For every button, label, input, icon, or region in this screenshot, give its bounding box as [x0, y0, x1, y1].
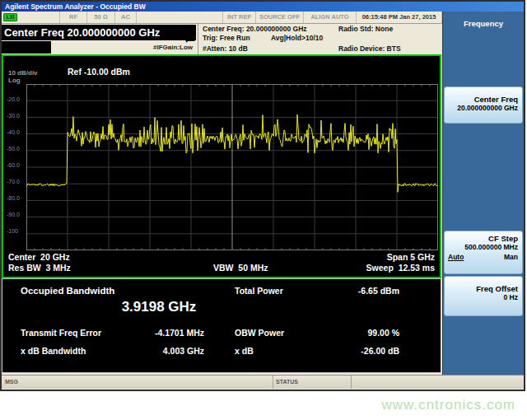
spectrum-display: 10 dB/div Log Ref -10.00 dBm -20.0-30.0-…	[2, 54, 441, 278]
trigger-setting: Trig: Free Run	[203, 34, 250, 42]
total-power-label: Total Power	[235, 286, 283, 296]
status-area-label: STATUS	[276, 379, 298, 385]
window-titlebar[interactable]: Agilent Spectrum Analyzer - Occupied BW	[2, 2, 524, 12]
obw-title: Occupied Bandwidth	[21, 286, 114, 296]
center-freq-setting: Center Freq: 20.000000000 GHz	[203, 25, 307, 33]
settings-summary-panel: Center Freq: 20.000000000 GHz Radio Std:…	[198, 24, 442, 54]
if-gain-annotation: #IFGain:Low	[153, 44, 193, 51]
obw-power-label: OBW Power	[235, 328, 284, 338]
obw-power-value: 99.00 %	[324, 328, 399, 338]
softkey-value: 500.000000 MHz	[448, 243, 518, 251]
impedance-indicator: 50 Ω	[87, 12, 115, 23]
y-axis-label: -70.0	[7, 179, 25, 184]
status-spacer	[137, 12, 223, 23]
transmit-freq-error-value: -4.1701 MHz	[110, 328, 204, 338]
coupling-indicator: AC	[115, 12, 137, 23]
attenuation-setting: #Atten: 10 dB	[203, 44, 248, 53]
readout-extension-box	[2, 41, 51, 54]
span-annotation: Span 5 GHz	[387, 252, 435, 262]
active-function-readout: Center Freq 20.000000000 GHz	[2, 25, 196, 40]
rf-indicator: RF	[60, 12, 87, 23]
y-axis-label: -60.0	[7, 162, 25, 168]
y-axis-label: -90.0	[7, 212, 25, 217]
softkey-label: Center Freq	[448, 95, 518, 104]
xdb-value: -26.00 dB	[324, 346, 399, 356]
avg-hold-setting: Avg|Hold>10/10	[271, 34, 323, 42]
res-bw-annotation: Res BW 3 MHz	[8, 263, 71, 273]
y-axis-label: -20.0	[7, 96, 25, 102]
softkey-menu: Frequency Center Freq 20.000000000 GHz C…	[442, 12, 524, 375]
msg-area-label: MSG	[5, 379, 18, 385]
y-axis-label: -40.0	[7, 129, 25, 135]
softkey-value: 0 Hz	[448, 293, 518, 301]
status-spacer	[19, 12, 60, 23]
transmit-freq-error-label: Transmit Freq Error	[21, 328, 101, 338]
int-ref-indicator: INT REF	[223, 12, 256, 23]
obw-results-panel: Occupied Bandwidth 3.9198 GHz Total Powe…	[2, 278, 441, 373]
statusbar-divider	[351, 376, 352, 389]
align-auto-indicator: ALIGN AUTO	[304, 12, 357, 23]
vbw-annotation: VBW 50 MHz	[213, 263, 268, 273]
softkey-label: Freq Offset	[448, 284, 518, 293]
y-axis-label: -100	[7, 228, 25, 234]
analyzer-window: Agilent Spectrum Analyzer - Occupied BW …	[2, 2, 524, 390]
y-axis-label: -50.0	[7, 146, 25, 152]
radio-device-setting: Radio Device: BTS	[338, 44, 401, 53]
auto-option[interactable]: Auto	[448, 253, 464, 261]
xdb-label: x dB	[235, 346, 254, 356]
datetime-display: 06:15:48 PM Jan 27, 2015	[357, 12, 442, 23]
scale-type-label: Log	[8, 77, 21, 84]
obw-value: 3.9198 GHz	[52, 299, 266, 315]
xdb-bandwidth-value: 4.003 GHz	[110, 346, 204, 356]
source-off-indicator: SOURCE OFF	[256, 12, 304, 23]
radio-std-setting: Radio Std: None	[338, 25, 393, 33]
total-power-value: -6.65 dBm	[324, 286, 399, 296]
xdb-bandwidth-label: x dB Bandwidth	[21, 346, 86, 356]
spectrum-trace-plot	[26, 84, 438, 250]
center-freq-softkey[interactable]: Center Freq 20.000000000 GHz	[444, 86, 523, 124]
lxi-indicator: LXI	[3, 13, 17, 21]
continuous-sweep-icon	[184, 35, 197, 43]
softkey-label: CF Step	[448, 234, 518, 243]
sweep-time-annotation: Sweep 12.53 ms	[366, 263, 435, 273]
man-option[interactable]: Man	[504, 253, 518, 261]
softkey-value: 20.000000000 GHz	[448, 104, 518, 112]
cf-step-softkey[interactable]: CF Step 500.000000 MHz Auto Man	[444, 231, 523, 274]
measurement-header: Center Freq 20.000000000 GHz #IFGain:Low…	[2, 24, 442, 54]
ref-level-label: Ref -10.00 dBm	[68, 67, 130, 77]
center-freq-annotation: Center 20 GHz	[8, 252, 70, 262]
y-axis-label: -80.0	[7, 195, 25, 201]
bottom-status-bar: MSG STATUS	[2, 375, 524, 389]
site-watermark: www.cntronics.com	[382, 397, 515, 413]
instrument-status-strip: LXI RF 50 Ω AC INT REF SOURCE OFF ALIGN …	[2, 12, 442, 24]
y-axis-label: -30.0	[7, 113, 25, 119]
statusbar-divider	[273, 376, 273, 389]
freq-offset-softkey[interactable]: Freq Offset 0 Hz	[444, 276, 523, 316]
window-title: Agilent Spectrum Analyzer - Occupied BW	[5, 2, 146, 11]
scale-per-div-label: 10 dB/div	[8, 69, 38, 77]
softkey-menu-title: Frequency	[443, 19, 524, 28]
